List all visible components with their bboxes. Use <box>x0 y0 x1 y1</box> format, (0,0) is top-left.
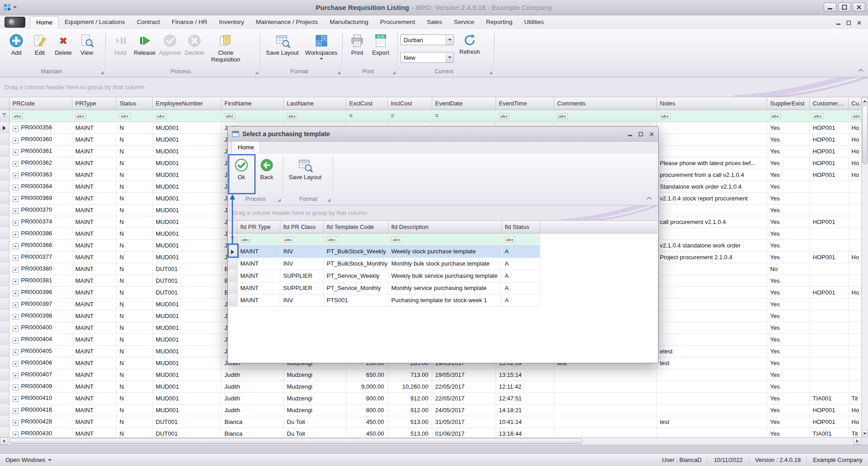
cell[interactable] <box>848 216 861 228</box>
filter-cell[interactable]: abc <box>116 109 152 122</box>
row-indicator[interactable] <box>0 416 9 428</box>
equals-filter-icon[interactable]: = <box>391 112 395 119</box>
cell[interactable]: Yes <box>767 228 809 239</box>
cell[interactable]: INV <box>280 294 323 306</box>
filter-cell[interactable]: abc <box>9 109 72 122</box>
cell[interactable]: N <box>116 286 152 298</box>
dialog-launcher-icon[interactable] <box>392 71 396 74</box>
column-header[interactable]: SupplierExist <box>767 97 809 109</box>
cell[interactable]: Please phone with latest prices bef... <box>656 157 767 169</box>
expand-icon[interactable]: + <box>13 338 19 343</box>
cell[interactable]: +PR0000366 <box>9 239 72 251</box>
cell[interactable]: MAINT <box>72 133 116 145</box>
cell[interactable]: Yes <box>767 333 809 345</box>
cell[interactable]: HOP001 <box>809 133 848 145</box>
vertical-scroll-thumb[interactable] <box>862 105 868 164</box>
expand-icon[interactable]: + <box>13 290 19 296</box>
cell[interactable] <box>848 369 861 380</box>
cell[interactable]: Weekly stock purchase template <box>388 245 501 257</box>
row-indicator[interactable] <box>0 192 9 204</box>
cell[interactable]: HOP001 <box>809 157 848 169</box>
expand-icon[interactable]: + <box>13 279 19 285</box>
cell[interactable]: MUD001 <box>152 216 221 228</box>
cell[interactable]: Yes <box>767 275 809 286</box>
abc-filter-icon[interactable]: abc <box>75 113 86 119</box>
refresh-button[interactable]: Refresh <box>458 31 482 57</box>
cell[interactable]: MUD001 <box>152 357 221 369</box>
edit-button[interactable]: Edit <box>28 31 52 57</box>
cell[interactable]: MAINT <box>72 192 116 204</box>
cell[interactable]: etest <box>656 345 767 357</box>
cell[interactable]: +PR0000364 <box>9 181 72 192</box>
group-by-panel[interactable]: Drag a column header here to group by th… <box>0 77 868 97</box>
row-indicator[interactable] <box>0 333 9 345</box>
close-button[interactable] <box>853 3 865 12</box>
cell[interactable]: +PR0000428 <box>9 416 72 428</box>
cell[interactable]: Yes <box>767 345 809 357</box>
column-header[interactable]: fld Status <box>501 221 540 233</box>
cell[interactable]: MAINT <box>72 228 116 239</box>
cell[interactable] <box>656 133 767 145</box>
vertical-scrollbar[interactable] <box>861 97 868 437</box>
row-indicator[interactable] <box>0 404 9 416</box>
cell[interactable]: +PR0000363 <box>9 169 72 181</box>
cell[interactable]: N <box>116 228 152 239</box>
cell[interactable]: +PR0000416 <box>9 404 72 416</box>
filter-cell[interactable]: abc <box>848 109 861 122</box>
cell[interactable]: Yes <box>767 145 809 157</box>
cell[interactable]: A <box>501 270 540 282</box>
cell[interactable]: N <box>116 345 152 357</box>
row-indicator[interactable] <box>0 298 9 310</box>
cell[interactable]: Mudzengi <box>283 392 346 404</box>
combo-durban[interactable]: Durban <box>401 34 454 45</box>
cell[interactable]: Yes <box>767 122 809 133</box>
cell[interactable]: HOP001 <box>809 145 848 157</box>
tab-contract[interactable]: Contract <box>131 16 166 29</box>
filter-cell[interactable]: abc <box>152 109 221 122</box>
cell[interactable]: MAINT <box>72 333 116 345</box>
column-header[interactable]: LastName <box>283 97 346 109</box>
abc-filter-icon[interactable]: abc <box>225 113 235 119</box>
cell[interactable]: PT_Service_Weekly <box>323 270 388 282</box>
abc-filter-icon[interactable]: abc <box>505 237 515 243</box>
cell[interactable]: MUD001 <box>152 239 221 251</box>
combo-dropdown-icon[interactable] <box>446 52 453 62</box>
filter-cell[interactable]: abc <box>72 109 116 122</box>
tab-home[interactable]: Home <box>30 16 59 29</box>
cell[interactable]: N <box>116 310 152 322</box>
cell[interactable] <box>848 181 861 192</box>
cell[interactable]: N <box>116 122 152 133</box>
cell[interactable]: Yes <box>767 369 809 380</box>
cell[interactable]: MUD001 <box>152 181 221 192</box>
dialog-launcher-icon[interactable] <box>489 71 492 74</box>
cell[interactable]: Bianca <box>221 416 283 428</box>
row-indicator[interactable] <box>0 345 9 357</box>
cell[interactable]: Tit <box>848 392 861 404</box>
cell[interactable]: N <box>116 239 152 251</box>
delete-button[interactable]: Delete <box>52 31 75 57</box>
cell[interactable]: 22/05/2017 <box>432 392 495 404</box>
cell[interactable]: Ho <box>848 286 861 298</box>
cell[interactable] <box>848 380 861 392</box>
cell[interactable]: INV <box>280 257 323 270</box>
cell[interactable] <box>848 322 861 333</box>
cell[interactable]: DUT001 <box>152 416 221 428</box>
cell[interactable]: v2.1.0.4 stock report procurement <box>656 192 767 204</box>
cell[interactable] <box>656 275 767 286</box>
cell[interactable]: MAINT <box>72 145 116 157</box>
cell[interactable]: N <box>116 263 152 275</box>
export-button[interactable]: XLSX Export <box>369 31 392 57</box>
filter-cell[interactable]: abc <box>656 109 767 122</box>
cell[interactable]: Yes <box>767 157 809 169</box>
cell[interactable]: +PR0000405 <box>9 345 72 357</box>
cell[interactable]: MAINT <box>72 169 116 181</box>
table-row[interactable]: MAINTSUPPLIERPT_Service_WeeklyWeekly bul… <box>229 270 657 282</box>
dialog-ribbon-collapse-icon[interactable] <box>646 195 652 201</box>
cell[interactable]: MUD001 <box>152 133 221 145</box>
dialog-group-by-panel[interactable]: Drag a column header here to group by th… <box>228 205 658 221</box>
cell[interactable]: MAINT <box>72 404 116 416</box>
cell[interactable]: 912.00 <box>387 404 432 416</box>
expand-icon[interactable]: + <box>13 396 19 402</box>
filter-cell[interactable]: = <box>346 109 387 122</box>
cell[interactable] <box>809 239 848 251</box>
